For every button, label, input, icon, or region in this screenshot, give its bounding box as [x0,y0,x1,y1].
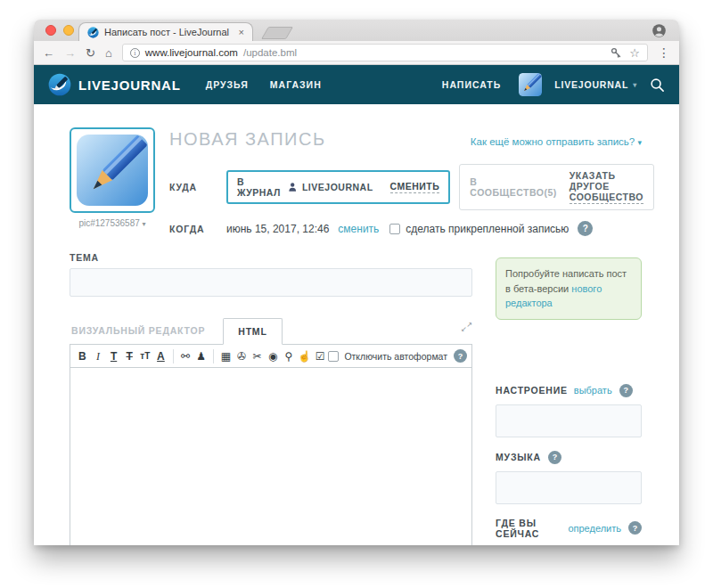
post-options-sidebar: Попробуйте написать пост в бета-версии н… [496,252,642,545]
nav-shop[interactable]: МАГАЗИН [270,79,322,90]
other-ways-link[interactable]: Как ещё можно отправить запись? ▾ [471,136,642,147]
strikethrough-icon[interactable]: T [122,347,137,365]
resize-editor-icon[interactable]: ↗ ↙ [461,322,472,333]
mood-label: НАСТРОЕНИЕ [496,385,568,396]
tab-visual-editor[interactable]: ВИЗУАЛЬНЫЙ РЕДАКТОР [70,325,223,344]
toolbar-divider [173,349,174,363]
autoformat-checkbox[interactable] [328,351,339,362]
help-icon[interactable]: ? [578,221,593,236]
chevron-down-icon: ▾ [637,138,642,147]
user-avatar[interactable] [519,73,542,96]
mood-input[interactable] [496,404,642,437]
url-domain: www.livejournal.com [145,47,238,58]
livejournal-favicon [87,27,99,38]
post-to-journal-option[interactable]: В ЖУРНАЛ LIVEJOURNAL СМЕНИТЬ [226,170,450,204]
bookmark-star-icon[interactable]: ☆ [629,47,640,59]
userpic-picker[interactable] [70,127,155,213]
video-icon[interactable]: ✇ [234,347,250,365]
pencil-avatar-icon [519,73,542,96]
browser-profile-icon[interactable] [652,23,667,38]
editor-tabs: ВИЗУАЛЬНЫЙ РЕДАКТОР HTML ↗ ↙ [70,318,472,344]
forward-icon[interactable]: → [64,47,76,59]
browser-tab[interactable]: Написать пост - LiveJournal × [78,22,253,41]
font-size-icon[interactable]: тT [138,347,153,365]
livejournal-logo[interactable]: LIVEJOURNAL [48,73,181,96]
chevron-down-icon: ▾ [143,220,146,228]
location-icon[interactable]: ⚲ [282,347,297,365]
browser-toolbar: ← → ↻ ⌂ i www.livejournal.com/update.bml… [34,41,679,65]
account-name: LIVEJOURNAL [554,79,628,90]
change-journal-link[interactable]: СМЕНИТЬ [390,181,440,193]
browser-menu-icon[interactable]: ⋮ [658,46,670,59]
when-label: КОГДА [169,224,226,234]
address-bar[interactable]: i www.livejournal.com/update.bml ☆ [122,44,648,61]
like-icon[interactable]: ☝ [297,347,312,365]
other-community-link[interactable]: УКАЗАТЬ ДРУГОЕ СООБЩЕСТВО [570,170,643,204]
poll-icon[interactable]: ☑ [313,347,328,365]
help-icon[interactable]: ? [454,349,467,363]
chevron-down-icon: ▾ [633,81,637,89]
browser-tab-bar: Написать пост - LiveJournal × [34,20,679,41]
browser-window: Написать пост - LiveJournal × ← → ↻ ⌂ i … [34,20,679,545]
journal-name: LIVEJOURNAL [302,182,373,192]
tab-title: Написать пост - LiveJournal [104,27,234,37]
beta-editor-notice: Попробуйте написать пост в бета-версии н… [496,257,642,320]
subject-label: ТЕМА [70,252,472,263]
nav-friends[interactable]: ДРУЗЬЯ [206,79,249,90]
music-label: МУЗЫКА [496,452,541,462]
subject-input[interactable] [70,268,472,297]
help-icon[interactable]: ? [628,521,642,535]
post-datetime: июнь 15, 2017, 12:46 [226,223,329,235]
userpic-pencil-image [77,135,148,206]
post-body-textarea[interactable] [70,368,472,545]
tab-html[interactable]: HTML [223,318,282,345]
image-icon[interactable]: ▦ [218,347,234,365]
close-window-button[interactable] [45,25,56,36]
location-label: ГДЕ ВЫ СЕЙЧАС [496,518,561,539]
userpic-caption[interactable]: pic#127536587 ▾ [70,218,155,228]
page-info-icon[interactable]: i [130,48,140,58]
logo-wordmark: LIVEJOURNAL [78,78,181,93]
page-title: НОВАЯ ЗАПИСЬ [169,129,326,150]
bold-icon[interactable]: B [75,347,90,365]
spoiler-eye-icon[interactable]: ◉ [266,347,281,365]
tab-close-icon[interactable]: × [239,28,244,37]
location-detect-link[interactable]: определить [568,523,621,534]
minimize-window-button[interactable] [63,25,74,36]
post-to-community-option[interactable]: В СООБЩЕСТВО(5) УКАЗАТЬ ДРУГОЕ СООБЩЕСТВ… [459,164,654,210]
help-icon[interactable]: ? [548,451,561,464]
livejournal-logo-icon [48,73,71,96]
reload-icon[interactable]: ↻ [86,47,95,59]
music-input[interactable] [496,471,642,504]
new-tab-button[interactable] [261,27,293,39]
site-header: LIVEJOURNAL ДРУЗЬЯ МАГАЗИН НАПИСАТЬ [34,65,679,104]
back-icon[interactable]: ← [43,47,54,59]
user-icon[interactable]: ♟ [193,347,209,365]
url-path: /update.bml [243,47,297,58]
autoformat-label: Отключить автоформат [344,351,447,362]
user-icon [289,182,296,192]
italic-icon[interactable]: I [91,347,106,365]
search-icon[interactable] [650,78,665,93]
update-page: pic#127536587 ▾ НОВАЯ ЗАПИСЬ Как ещё мож… [34,104,679,545]
account-menu[interactable]: LIVEJOURNAL ▾ [554,79,637,90]
underline-icon[interactable]: T [106,347,121,365]
help-icon[interactable]: ? [619,384,633,397]
pin-entry-label: сделать прикрепленной записью [406,223,569,235]
where-label: КУДА [169,182,226,192]
cut-icon[interactable]: ✂ [250,347,265,365]
text-color-icon[interactable]: A [153,347,168,365]
top-navigation: ДРУЗЬЯ МАГАЗИН [206,79,322,90]
editor-toolbar: B I T T тT A ⚯ ♟ ▦ ✇ ✂ ◉ ⚲ ☝ ☑ [70,344,472,368]
home-icon[interactable]: ⌂ [105,47,112,59]
link-icon[interactable]: ⚯ [178,347,193,365]
write-post-link[interactable]: НАПИСАТЬ [442,79,501,90]
change-date-link[interactable]: сменить [338,223,379,235]
pin-entry-checkbox[interactable] [389,224,400,234]
toolbar-divider [213,349,214,363]
extension-key-icon[interactable] [611,47,621,58]
mood-select-link[interactable]: выбрать [574,385,612,396]
